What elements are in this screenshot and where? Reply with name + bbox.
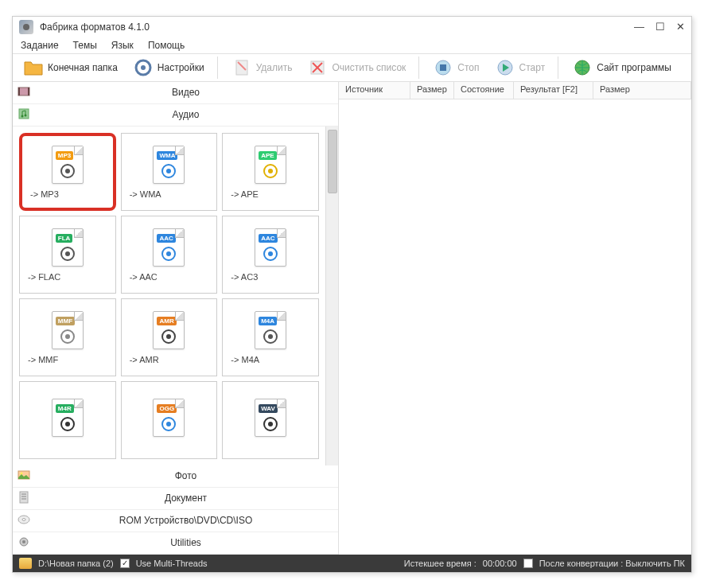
format-tile-mp3[interactable]: MP3-> MP3 [19,133,116,211]
file-icon: MMF [50,310,85,350]
format-glyph-icon [154,415,184,433]
list-header: Источник Размер Состояние Результат [F2]… [339,82,691,99]
svg-point-32 [65,334,70,339]
svg-point-38 [65,422,70,426]
format-label: -> AMR [122,355,159,364]
format-tile-aac[interactable]: AAC-> AAC [121,216,218,294]
format-glyph-icon [53,328,83,345]
file-icon: M4A [253,310,288,350]
format-glyph-icon [255,162,286,180]
format-tile-ogg[interactable]: OGG [121,381,218,459]
folder-icon [22,56,45,79]
folder-icon[interactable] [19,558,32,569]
format-glyph-icon [154,245,184,263]
format-glyph-icon [154,162,184,180]
scrollbar-thumb[interactable] [328,130,337,193]
svg-rect-13 [18,88,29,95]
multithread-checkbox[interactable]: ✓ [120,559,130,568]
menu-task[interactable]: Задание [21,40,59,51]
format-tile-amr[interactable]: AMR-> AMR [121,298,218,376]
format-tile-m4r[interactable]: M4R [19,381,116,459]
titlebar: Фабрика форматов 4.1.0 — ☐ ✕ [13,17,691,37]
menubar: Задание Темы Язык Помощь [13,37,691,53]
format-tag: APE [259,151,276,160]
window-title: Фабрика форматов 4.1.0 [40,21,634,33]
app-icon [19,20,33,34]
svg-point-20 [65,169,70,173]
format-tile-fla[interactable]: FLA-> FLAC [19,216,116,294]
formats-grid: MP3-> MP3WMA-> WMAAPE-> APEFLA-> FLACAAC… [13,127,325,465]
minimize-button[interactable]: — [634,21,644,33]
stop-button[interactable]: Стоп [427,55,484,80]
file-icon: APE [253,145,288,185]
category-panel: Видео Аудио MP3-> MP3WMA-> WMAAPE-> APEF… [13,82,339,555]
statusbar: D:\Новая папка (2) ✓ Use Multi-Threads И… [13,555,691,572]
format-tile-mmf[interactable]: MMF-> MMF [19,298,116,376]
col-source[interactable]: Источник [339,82,410,99]
format-label: -> AC3 [223,272,258,282]
format-tag: AAC [157,234,175,243]
file-list-panel: Источник Размер Состояние Результат [F2]… [339,82,691,555]
svg-point-28 [166,251,171,256]
menu-lang[interactable]: Язык [111,40,134,51]
play-icon [494,56,516,79]
maximize-button[interactable]: ☐ [655,21,665,33]
format-glyph-icon [154,328,184,345]
format-tag: M4A [259,317,277,325]
svg-point-22 [166,169,171,173]
disc-icon [18,513,32,528]
category-photo[interactable]: Фото [13,465,338,488]
svg-point-30 [268,251,273,256]
format-label: -> APE [223,189,259,199]
output-path[interactable]: D:\Новая папка (2) [38,559,114,568]
shutdown-checkbox[interactable] [523,559,533,568]
format-tile-aac[interactable]: AAC-> AC3 [222,216,319,294]
format-tag: AMR [157,317,176,325]
output-folder-button[interactable]: Конечная папка [18,55,123,80]
svg-point-17 [21,115,24,118]
video-icon [18,85,32,99]
clear-button[interactable]: Очистить список [301,55,410,80]
scrollbar[interactable] [325,127,338,465]
format-label: -> MMF [20,355,58,364]
format-label: -> AAC [122,272,158,282]
format-tag: MP3 [56,151,73,160]
file-icon: AAC [151,228,186,267]
delete-button[interactable]: Удалить [226,55,298,80]
format-tile-wma[interactable]: WMA-> WMA [121,133,218,211]
menu-help[interactable]: Помощь [148,40,185,51]
category-audio[interactable]: Аудио [13,104,338,127]
format-glyph-icon [53,245,83,263]
svg-rect-14 [18,88,20,95]
separator [558,56,558,79]
category-video[interactable]: Видео [13,82,338,104]
col-size2[interactable]: Размер [593,82,691,99]
close-button[interactable]: ✕ [676,21,685,33]
svg-rect-16 [19,109,29,119]
category-rom[interactable]: ROM Устройство\DVD\CD\ISO [13,510,338,532]
format-label: -> FLAC [20,272,60,282]
site-button[interactable]: Сайт программы [566,55,676,80]
format-tile-ape[interactable]: APE-> APE [222,133,319,211]
col-state[interactable]: Состояние [454,82,514,99]
col-result[interactable]: Результат [F2] [514,82,593,99]
format-label: -> WMA [122,189,161,199]
separator [217,56,218,79]
start-button[interactable]: Старт [489,55,550,80]
format-tile-wav[interactable]: WAV [222,381,319,459]
file-icon: AAC [253,228,288,267]
svg-rect-15 [28,88,29,95]
shutdown-label: После конвертации : Выключить ПК [539,559,685,568]
clear-icon [306,56,329,79]
category-doc[interactable]: Документ [13,488,338,510]
settings-button[interactable]: Настройки [127,55,209,80]
svg-point-34 [166,334,171,339]
svg-point-52 [22,540,25,543]
content-area: Видео Аудио MP3-> MP3WMA-> WMAAPE-> APEF… [13,82,691,555]
category-utils[interactable]: Utilities [13,532,338,555]
format-tile-m4a[interactable]: M4A-> M4A [222,298,319,376]
menu-themes[interactable]: Темы [73,40,97,51]
col-size[interactable]: Размер [410,82,454,99]
format-glyph-icon [53,415,83,433]
format-tag: WAV [259,404,278,413]
